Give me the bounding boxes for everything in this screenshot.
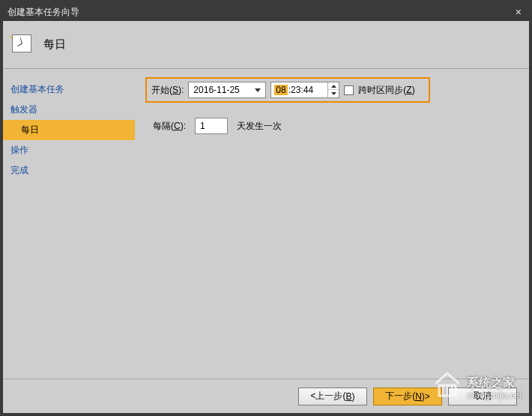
sidebar-item-action[interactable]: 操作 [3,140,135,160]
sidebar-item-daily[interactable]: 每日 [3,120,135,140]
highlight-box: 开始(S): 2016-11-25 08:23:44 [145,77,430,103]
wizard-footer: <上一步(B) 下一步(N)> 取消 [3,379,529,413]
start-row: 开始(S): 2016-11-25 08:23:44 [145,81,519,102]
wizard-header: ✦ 每日 [3,21,529,69]
next-button[interactable]: 下一步(N)> [373,388,442,406]
spin-up-icon[interactable] [327,82,339,90]
back-button[interactable]: <上一步(B) [298,388,367,406]
page-title: 每日 [43,37,66,52]
interval-row: 每隔(C): 1 天发生一次 [145,115,519,136]
date-dropdown-icon[interactable] [252,83,264,97]
wizard-content: 开始(S): 2016-11-25 08:23:44 [135,69,529,379]
sync-timezone-checkbox[interactable] [344,85,354,95]
sidebar-item-create-task[interactable]: 创建基本任务 [3,79,135,100]
start-date-picker[interactable]: 2016-11-25 [188,82,266,98]
time-hour-selected: 08 [274,85,287,95]
interval-label: 每隔(C): [153,120,186,133]
sidebar-item-trigger[interactable]: 触发器 [3,100,135,120]
interval-suffix: 天发生一次 [237,120,282,133]
interval-value: 1 [200,121,205,131]
time-rest: :23:44 [288,85,314,95]
start-time-spinner[interactable]: 08:23:44 [270,82,339,98]
time-spinner-buttons [327,82,339,97]
interval-input[interactable]: 1 [195,118,228,134]
sidebar-item-finish[interactable]: 完成 [3,160,135,181]
cancel-button[interactable]: 取消 [448,388,517,406]
wizard-window: 创建基本任务向导 × ✦ 每日 创建基本任务 触发器 每日 操作 完成 [0,0,532,416]
wizard-body: 创建基本任务 触发器 每日 操作 完成 开始(S): 2016-11-25 [3,69,529,379]
window-title: 创建基本任务向导 [7,6,79,19]
close-icon[interactable]: × [513,6,525,18]
spin-down-icon[interactable] [327,90,339,97]
start-date-value: 2016-11-25 [193,85,239,95]
wizard-inner: ✦ 每日 创建基本任务 触发器 每日 操作 完成 开 [3,21,529,413]
start-label: 开始(S): [151,84,184,97]
schedule-icon: ✦ [12,34,33,55]
wizard-sidebar: 创建基本任务 触发器 每日 操作 完成 [3,69,135,379]
titlebar: 创建基本任务向导 × [3,3,529,21]
sync-timezone-label: 跨时区同步(Z) [358,84,414,97]
